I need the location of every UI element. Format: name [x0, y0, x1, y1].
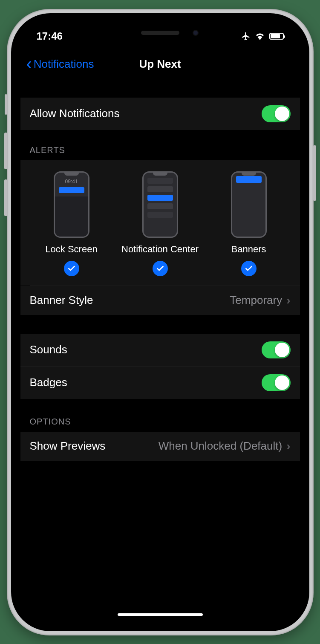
alerts-panel: 09:41 Lock Screen [20, 160, 300, 286]
sounds-row: Sounds [20, 334, 300, 366]
chevron-right-icon: › [286, 439, 290, 453]
notification-center-icon [142, 171, 178, 238]
chevron-right-icon: › [286, 294, 290, 307]
show-previews-label: Show Previews [30, 439, 106, 453]
badges-label: Badges [30, 376, 67, 389]
options-header: OPTIONS [20, 399, 300, 432]
banners-icon [231, 171, 267, 238]
alert-lock-screen-label: Lock Screen [45, 244, 97, 255]
alert-banners-label: Banners [231, 244, 266, 255]
banner-style-row[interactable]: Banner Style Temporary › [20, 286, 300, 315]
lock-screen-icon: 09:41 [54, 171, 89, 238]
chevron-left-icon: ‹ [26, 55, 32, 72]
airplane-mode-icon [241, 32, 251, 41]
back-label: Notifications [34, 58, 94, 71]
screen: 17:46 ‹ Notificat [20, 23, 300, 622]
banner-style-label: Banner Style [30, 294, 93, 307]
content: ‹ Notifications Up Next Allow Notificati… [20, 50, 300, 622]
allow-notifications-row: Allow Notifications [20, 98, 300, 130]
device-bezel: 17:46 ‹ Notificat [11, 13, 309, 631]
back-button[interactable]: ‹ Notifications [26, 56, 94, 73]
sounds-label: Sounds [30, 343, 67, 356]
show-previews-value: When Unlocked (Default) [159, 439, 282, 453]
allow-notifications-label: Allow Notifications [30, 107, 120, 120]
alert-lock-screen-check [64, 261, 79, 276]
allow-notifications-group: Allow Notifications [20, 98, 300, 130]
spacer [20, 79, 300, 98]
volume-down-button [4, 179, 7, 216]
alert-notification-center[interactable]: Notification Center [116, 171, 205, 276]
wifi-icon [255, 32, 265, 40]
alert-notification-center-label: Notification Center [121, 244, 199, 255]
allow-notifications-toggle[interactable] [262, 105, 291, 122]
speaker-grill [141, 31, 179, 35]
mute-switch [5, 94, 7, 115]
show-previews-row[interactable]: Show Previews When Unlocked (Default) › [20, 432, 300, 461]
badges-row: Badges [20, 366, 300, 399]
alert-banners-check [241, 261, 257, 276]
power-button [313, 145, 316, 201]
device-frame: 17:46 ‹ Notificat [7, 9, 314, 635]
sounds-toggle[interactable] [262, 341, 291, 358]
alert-notification-center-check [153, 261, 168, 276]
spacer [20, 315, 300, 334]
battery-icon [269, 33, 284, 40]
status-time: 17:46 [37, 30, 63, 42]
alert-banners[interactable]: Banners [205, 171, 293, 276]
volume-up-button [4, 133, 7, 169]
badges-toggle[interactable] [262, 374, 291, 391]
nav-bar: ‹ Notifications Up Next [20, 50, 300, 79]
sounds-badges-group: Sounds Badges [20, 334, 300, 399]
alerts-header: ALERTS [20, 130, 300, 160]
home-indicator[interactable] [118, 613, 203, 616]
page-title: Up Next [139, 58, 181, 71]
notch [92, 23, 228, 43]
alert-lock-screen[interactable]: 09:41 Lock Screen [27, 171, 116, 276]
mini-lock-time: 09:41 [65, 179, 78, 185]
banner-style-value: Temporary [230, 294, 282, 307]
front-camera [193, 30, 199, 36]
